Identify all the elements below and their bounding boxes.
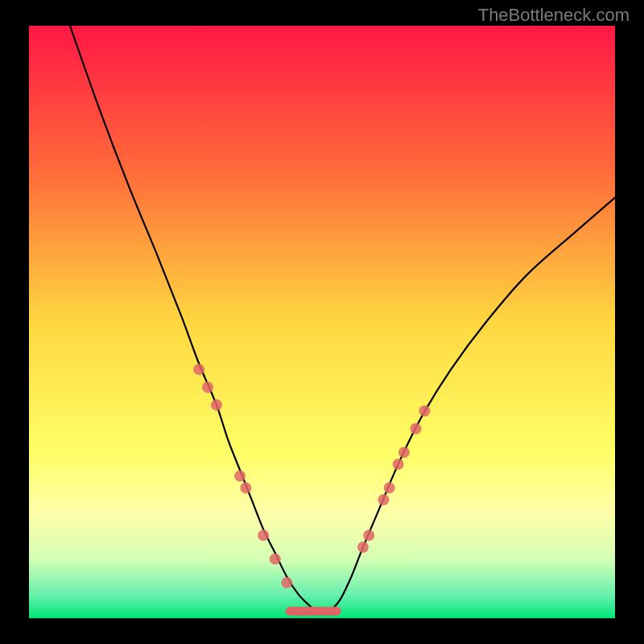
highlight-dots-left-point — [281, 577, 292, 588]
chart-container: TheBottleneck.com — [0, 0, 644, 644]
highlight-dots-left-point — [234, 470, 246, 481]
highlight-dots-right-point — [410, 423, 421, 434]
gradient-background — [29, 26, 615, 618]
highlight-dots-right-point — [419, 405, 430, 416]
highlight-dots-left-point — [258, 530, 269, 541]
highlight-dots-right-point — [363, 530, 374, 541]
highlight-dots-left-point — [193, 364, 204, 375]
plot-area — [29, 26, 615, 618]
highlight-dots-left-point — [270, 553, 281, 564]
highlight-dots-right-point — [378, 494, 389, 506]
highlight-dots-right-point — [393, 459, 404, 470]
highlight-dots-left-point — [202, 382, 213, 393]
watermark-text: TheBottleneck.com — [478, 5, 630, 26]
highlight-dots-right-point — [357, 542, 369, 553]
highlight-dots-right-point — [384, 482, 395, 493]
chart-svg — [29, 26, 615, 618]
highlight-dots-right-point — [398, 447, 410, 458]
highlight-dots-left-point — [211, 399, 222, 411]
highlight-dots-left-point — [240, 482, 251, 493]
